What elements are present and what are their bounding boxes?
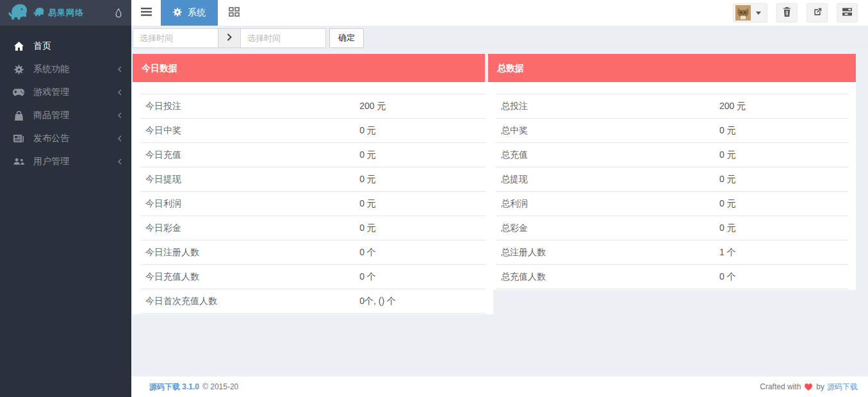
top-navbar: 系统: [131, 0, 868, 26]
chevron-left-icon: [118, 112, 122, 119]
row-label: 今日注册人数: [140, 241, 354, 265]
sidebar-menu: 首页 系统功能 游戏管理 商品管理: [0, 26, 131, 173]
table-row: 总利润 0 元: [496, 192, 848, 216]
sidebar-item-product-management[interactable]: 商品管理: [0, 104, 131, 127]
sidebar-item-label: 系统功能: [33, 63, 69, 75]
row-label: 今日提现: [140, 167, 354, 192]
table-row: 今日利润 0 元: [140, 192, 486, 216]
hamburger-icon: [141, 8, 152, 18]
row-value: 0 个: [354, 265, 486, 289]
sidebar-item-home[interactable]: 首页: [0, 35, 131, 58]
row-label: 总注册人数: [496, 241, 714, 265]
sidebar-item-system-functions[interactable]: 系统功能: [0, 58, 131, 81]
row-label: 今日充值: [140, 143, 354, 167]
sidebar-item-label: 游戏管理: [33, 87, 69, 98]
row-label: 今日充值人数: [140, 265, 354, 289]
table-row: 今日充值 0 元: [140, 143, 486, 167]
table-row: 总注册人数 1 个: [496, 241, 848, 265]
table-row: 总中奖 0 元: [496, 119, 848, 143]
footer-copyright: © 2015-20: [202, 382, 238, 391]
sidebar: 易果网络 首页 系统功能 游戏管理: [0, 0, 131, 397]
sidebar-item-label: 发布公告: [33, 133, 69, 144]
date-range-arrow-button[interactable]: [218, 28, 240, 48]
row-label: 总投注: [496, 94, 714, 119]
chevron-left-icon: [118, 135, 122, 142]
panel-title: 今日数据: [133, 54, 485, 82]
row-value: 1 个: [714, 241, 848, 265]
panel-body: 今日投注 200 元 今日中奖 0 元 今日充值 0 元: [133, 82, 493, 314]
gamepad-icon: [12, 89, 26, 96]
row-value: 0 元: [714, 216, 848, 241]
tab-system[interactable]: 系统: [161, 0, 218, 26]
tab-dashboard-grid[interactable]: [218, 0, 250, 26]
footer-by-text: by: [816, 382, 824, 391]
external-link-button[interactable]: [807, 3, 828, 22]
footer-version-link[interactable]: 源码下载 3.1.0: [149, 382, 199, 393]
main-area: 系统: [131, 0, 868, 397]
table-row: 今日注册人数 0 个: [140, 241, 486, 265]
row-value: 0 个: [714, 265, 848, 289]
elephant-logo-icon: [6, 3, 28, 22]
tasks-button[interactable]: [837, 3, 858, 22]
table-row: 今日提现 0 元: [140, 167, 486, 192]
total-data-panel: 总数据 总投注 200 元 总中奖 0 元: [488, 54, 856, 290]
row-label: 总充值: [496, 143, 714, 167]
footer-crafted-text: Crafted with: [760, 382, 801, 391]
row-value: 0 元: [354, 167, 486, 192]
end-date-input[interactable]: [240, 28, 326, 48]
chevron-left-icon: [118, 66, 122, 72]
panel-title: 总数据: [488, 54, 856, 82]
external-link-icon: [813, 8, 822, 19]
avatar: [735, 5, 751, 21]
gear-icon: [12, 65, 26, 74]
heart-icon: [805, 384, 812, 391]
tasks-icon: [842, 8, 852, 18]
sidebar-item-announcements[interactable]: 发布公告: [0, 127, 131, 150]
users-icon: [12, 158, 26, 165]
table-row: 总充值 0 元: [496, 143, 848, 167]
brand-text: 易果网络: [48, 7, 84, 19]
footer-source-link[interactable]: 源码下载: [827, 382, 858, 393]
date-filter-bar: 确定: [131, 26, 868, 50]
panel-body: 总投注 200 元 总中奖 0 元 总充值 0 元: [488, 82, 856, 290]
logo-bar: 易果网络: [0, 0, 131, 26]
navbar-right-group: [733, 0, 868, 26]
row-label: 总利润: [496, 192, 714, 216]
table-row: 总充值人数 0 个: [496, 265, 848, 289]
caret-down-icon: [756, 12, 761, 15]
chevron-right-icon: [227, 33, 232, 43]
row-label: 今日彩金: [140, 216, 354, 241]
row-label: 总充值人数: [496, 265, 714, 289]
sidebar-toggle-button[interactable]: [131, 0, 161, 26]
row-value: 0 元: [354, 143, 486, 167]
total-data-table: 总投注 200 元 总中奖 0 元 总充值 0 元: [496, 94, 848, 289]
shopping-bag-icon: [12, 111, 26, 121]
newspaper-icon: [12, 135, 26, 142]
confirm-button[interactable]: 确定: [329, 28, 364, 48]
table-row: 总彩金 0 元: [496, 216, 848, 241]
sidebar-item-label: 商品管理: [33, 110, 69, 121]
row-value: 0 元: [714, 119, 848, 143]
today-data-table: 今日投注 200 元 今日中奖 0 元 今日充值 0 元: [140, 94, 486, 314]
row-label: 总中奖: [496, 119, 714, 143]
row-label: 今日中奖: [140, 119, 354, 143]
row-value: 0 元: [354, 119, 486, 143]
table-row: 今日充值人数 0 个: [140, 265, 486, 289]
table-row: 今日中奖 0 元: [140, 119, 486, 143]
home-icon: [12, 42, 26, 51]
trash-button[interactable]: [776, 3, 798, 22]
row-value: 0个, () 个: [354, 289, 486, 314]
row-label: 今日投注: [140, 94, 354, 119]
row-value: 0 元: [354, 216, 486, 241]
table-row: 今日彩金 0 元: [140, 216, 486, 241]
table-row: 今日投注 200 元: [140, 94, 486, 119]
tab-system-label: 系统: [188, 7, 206, 19]
user-avatar-dropdown[interactable]: [733, 3, 767, 22]
row-label: 总提现: [496, 167, 714, 192]
sidebar-item-user-management[interactable]: 用户管理: [0, 150, 131, 173]
row-value: 0 元: [354, 192, 486, 216]
row-value: 200 元: [354, 94, 486, 119]
row-label: 今日利润: [140, 192, 354, 216]
start-date-input[interactable]: [133, 28, 218, 48]
sidebar-item-game-management[interactable]: 游戏管理: [0, 81, 131, 104]
